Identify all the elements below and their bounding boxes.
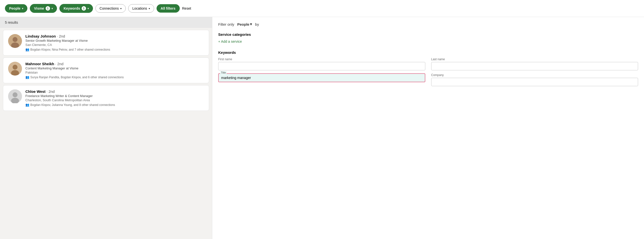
- last-name-label: Last name: [431, 58, 638, 61]
- company-input[interactable]: [431, 78, 638, 86]
- keywords-title: Keywords: [218, 50, 638, 55]
- avatar-svg: [8, 89, 22, 103]
- service-categories-title: Service categories: [218, 32, 638, 37]
- person-name: Chloe West · 2nd: [26, 89, 204, 94]
- person-connections: 👥 Surya Ranjan Pandita, Bogdan Klopov, a…: [26, 75, 204, 79]
- visme-filter-label: Visme: [34, 7, 44, 10]
- avatar-svg: [8, 62, 22, 76]
- locations-filter-label: Locations: [132, 7, 147, 10]
- person-degree: · 2nd: [57, 34, 65, 38]
- add-service-link[interactable]: + Add a service: [218, 40, 638, 44]
- svg-point-1: [12, 37, 18, 42]
- person-name: Mahnoor Sheikh · 2nd: [26, 62, 204, 66]
- filter-entity-dropdown[interactable]: People ▾: [237, 22, 252, 27]
- person-connections: 👥 Bogdan Klopov, Julianna Young, and 8 o…: [26, 103, 204, 107]
- first-name-label: First name: [218, 58, 425, 61]
- first-name-field-group: First name: [218, 58, 425, 70]
- visme-filter-btn[interactable]: Visme 1 ▾: [30, 4, 57, 13]
- company-field-group: Company: [431, 73, 638, 86]
- visme-badge: 1: [46, 6, 50, 11]
- title-floating-label: Title: [220, 71, 226, 74]
- first-name-input[interactable]: [218, 62, 425, 70]
- svg-point-4: [12, 65, 18, 70]
- connections-filter-btn[interactable]: Connections ▾: [96, 4, 126, 13]
- person-degree: · 2nd: [46, 89, 55, 94]
- keywords-filter-btn[interactable]: Keywords 1 ▾: [60, 4, 93, 13]
- people-chevron-icon: ▾: [22, 7, 23, 10]
- visme-chevron-icon: ▾: [52, 7, 53, 10]
- reset-label: Reset: [182, 7, 191, 10]
- main-content: 5 results Lindsay Johnson · 2nd Senior G…: [0, 17, 644, 239]
- keywords-grid: First name Last name Title: [218, 58, 638, 86]
- person-info: Lindsay Johnson · 2nd Senior Growth Mark…: [26, 34, 204, 51]
- last-name-field-group: Last name: [431, 58, 638, 70]
- connections-chevron-icon: ▾: [120, 7, 122, 10]
- all-filters-btn[interactable]: All filters: [156, 4, 180, 13]
- keywords-badge: 1: [82, 6, 86, 11]
- last-name-input[interactable]: [431, 62, 638, 70]
- person-name: Lindsay Johnson · 2nd: [26, 34, 204, 38]
- title-input[interactable]: [218, 73, 425, 82]
- service-categories-section: Service categories + Add a service: [218, 32, 638, 44]
- person-connections: 👥 Bogdan Klopov, Nina Petrov, and 7 othe…: [26, 48, 204, 51]
- people-filter-label: People: [9, 7, 20, 10]
- person-location: San Clemente, CA: [26, 43, 204, 47]
- locations-chevron-icon: ▾: [149, 7, 150, 10]
- company-label: Company: [431, 73, 638, 77]
- keywords-section: Keywords First name Last name Title: [218, 50, 638, 86]
- top-bar: People ▾ Visme 1 ▾ Keywords 1 ▾ Connecti…: [0, 0, 644, 17]
- connections-icon: 👥: [26, 103, 29, 107]
- title-field-group: Title: [218, 73, 425, 86]
- keywords-chevron-icon: ▾: [88, 7, 89, 10]
- avatar: [8, 62, 22, 76]
- person-title: Freelance Marketing Writer & Content Man…: [26, 94, 204, 98]
- svg-point-7: [12, 92, 18, 97]
- connections-icon: 👥: [26, 48, 29, 51]
- results-count: 5 results: [0, 17, 212, 28]
- avatar-placeholder: [8, 89, 22, 103]
- person-title: Senior Growth Marketing Manager at Visme: [26, 39, 204, 43]
- title-field-wrapper: Title: [218, 73, 425, 82]
- person-info: Mahnoor Sheikh · 2nd Content Marketing M…: [26, 62, 204, 79]
- filter-header: Filter only People ▾ by: [218, 22, 638, 27]
- person-card[interactable]: Mahnoor Sheikh · 2nd Content Marketing M…: [3, 58, 209, 83]
- person-card[interactable]: Chloe West · 2nd Freelance Marketing Wri…: [3, 85, 209, 111]
- avatar: [8, 34, 22, 48]
- person-title: Content Marketing Manager at Visme: [26, 66, 204, 70]
- entity-chevron-icon: ▾: [250, 22, 252, 27]
- person-card[interactable]: Lindsay Johnson · 2nd Senior Growth Mark…: [3, 30, 209, 56]
- avatar-svg: [8, 34, 22, 48]
- keywords-filter-label: Keywords: [64, 7, 80, 10]
- all-filters-label: All filters: [161, 7, 176, 10]
- results-panel: 5 results Lindsay Johnson · 2nd Senior G…: [0, 17, 212, 239]
- connections-icon: 👥: [26, 75, 29, 79]
- person-info: Chloe West · 2nd Freelance Marketing Wri…: [26, 89, 204, 107]
- locations-filter-btn[interactable]: Locations ▾: [128, 4, 154, 13]
- connections-filter-label: Connections: [100, 7, 119, 10]
- people-filter-btn[interactable]: People ▾: [5, 4, 27, 13]
- filter-panel: Filter only People ▾ by Service categori…: [212, 17, 644, 239]
- person-degree: · 2nd: [55, 62, 63, 66]
- person-location: Pakistan: [26, 71, 204, 74]
- reset-btn[interactable]: Reset: [182, 7, 191, 10]
- person-location: Charleston, South Carolina Metropolitan …: [26, 98, 204, 102]
